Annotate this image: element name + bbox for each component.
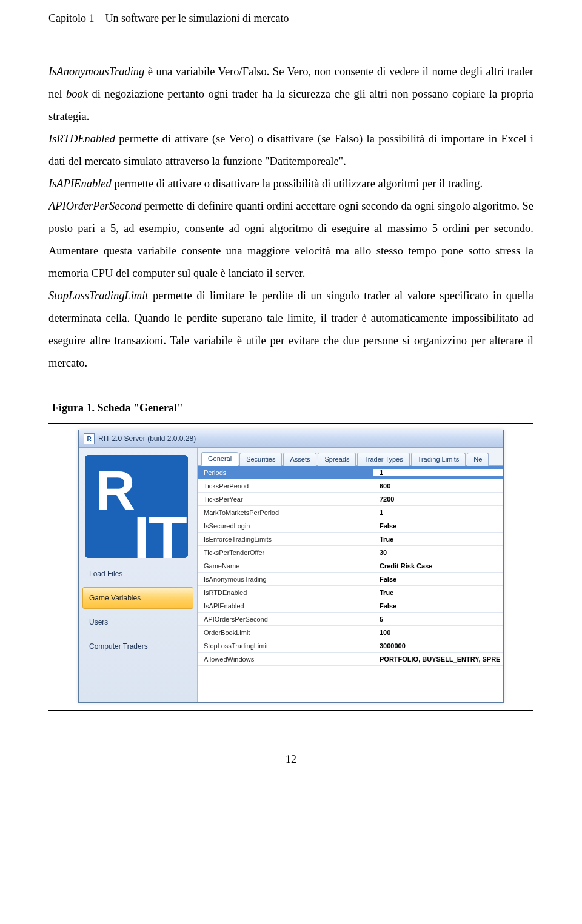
tab-assets[interactable]: Assets bbox=[283, 453, 316, 466]
prop-key: IsSecuredLogin bbox=[198, 522, 373, 530]
prop-value[interactable]: True bbox=[373, 589, 503, 596]
sidebar: R IT Load Files Game Variables Users Com… bbox=[79, 448, 198, 702]
prop-value[interactable]: 7200 bbox=[373, 496, 503, 503]
logo-r-icon: R bbox=[96, 464, 135, 518]
prop-row-orderbooklimit[interactable]: OrderBookLimit 100 bbox=[198, 626, 503, 639]
prop-row-ticksperyear[interactable]: TicksPerYear 7200 bbox=[198, 493, 503, 506]
text: permette di attivare (se Vero) o disatti… bbox=[48, 133, 534, 167]
window-title: RIT 2.0 Server (build 2.0.0.28) bbox=[98, 434, 196, 443]
figure-label: Figura 1. bbox=[52, 402, 95, 414]
body-text: IsAnonymousTrading è una variabile Vero/… bbox=[48, 61, 534, 374]
sidebar-item-game-variables[interactable]: Game Variables bbox=[82, 587, 193, 609]
tab-general[interactable]: General bbox=[201, 452, 238, 466]
term-isanonymoustrading: IsAnonymousTrading bbox=[48, 65, 144, 78]
prop-value[interactable]: 1 bbox=[373, 509, 503, 516]
property-grid: Periods 1 TicksPerPeriod 600 TicksPerYea… bbox=[198, 466, 503, 702]
prop-row-gamename[interactable]: GameName Credit Risk Case bbox=[198, 559, 503, 573]
prop-key: MarkToMarketsPerPeriod bbox=[198, 509, 373, 516]
text: permette di attivare o disattivare la po… bbox=[112, 178, 483, 190]
prop-key: TicksPerYear bbox=[198, 496, 373, 503]
prop-value[interactable]: 100 bbox=[373, 629, 503, 636]
prop-value[interactable]: 5 bbox=[373, 616, 503, 623]
prop-row-issecuredlogin[interactable]: IsSecuredLogin False bbox=[198, 519, 503, 533]
app-icon: R bbox=[84, 433, 95, 444]
prop-value[interactable]: 30 bbox=[373, 549, 503, 556]
tabs: General Securities Assets Spreads Trader… bbox=[198, 448, 503, 466]
prop-row-ticksperperiod[interactable]: TicksPerPeriod 600 bbox=[198, 479, 503, 493]
sidebar-item-users[interactable]: Users bbox=[82, 611, 193, 633]
tab-trading-limits[interactable]: Trading Limits bbox=[411, 453, 466, 466]
prop-row-isapienabled[interactable]: IsAPIEnabled False bbox=[198, 599, 503, 613]
term-stoplosstradinglimit: StopLossTradingLimit bbox=[48, 290, 149, 302]
prop-value[interactable]: 3000000 bbox=[373, 642, 503, 650]
figure-rule-top bbox=[48, 393, 534, 393]
figure-rule-mid bbox=[48, 423, 534, 424]
prop-row-stoplosstradinglimit[interactable]: StopLossTradingLimit 3000000 bbox=[198, 639, 503, 653]
term-isapienabled: IsAPIEnabled bbox=[48, 178, 112, 190]
chapter-header: Capitolo 1 – Un software per le simulazi… bbox=[48, 12, 534, 25]
sidebar-item-load-files[interactable]: Load Files bbox=[82, 563, 193, 585]
logo-tile: R IT bbox=[85, 455, 188, 558]
prop-key: OrderBookLimit bbox=[198, 629, 373, 636]
prop-value[interactable]: PORTFOLIO, BUYSELL_ENTRY, SPRE bbox=[373, 656, 503, 663]
term-book: book bbox=[66, 88, 88, 100]
prop-row-isrtdenabled[interactable]: IsRTDEnabled True bbox=[198, 586, 503, 599]
app-window: R RIT 2.0 Server (build 2.0.0.28) R IT L… bbox=[78, 430, 504, 703]
client-area: R IT Load Files Game Variables Users Com… bbox=[79, 448, 503, 702]
prop-row-isenforcetradinglimits[interactable]: IsEnforceTradingLimits True bbox=[198, 533, 503, 546]
prop-key: TicksPerPeriod bbox=[198, 482, 373, 490]
header-rule bbox=[48, 30, 534, 30]
text: di negoziazione pertanto ogni trader ha … bbox=[48, 88, 534, 122]
prop-key: IsEnforceTradingLimits bbox=[198, 536, 373, 543]
prop-key: AllowedWindows bbox=[198, 656, 373, 663]
main-panel: General Securities Assets Spreads Trader… bbox=[198, 448, 503, 702]
prop-value[interactable]: True bbox=[373, 536, 503, 543]
logo-it-icon: IT bbox=[132, 506, 184, 558]
prop-row-marktomarkets[interactable]: MarkToMarketsPerPeriod 1 bbox=[198, 506, 503, 519]
prop-key: StopLossTradingLimit bbox=[198, 642, 373, 650]
sidebar-item-computer-traders[interactable]: Computer Traders bbox=[82, 636, 193, 657]
prop-value[interactable]: 1 bbox=[373, 469, 503, 476]
prop-row-isanonymoustrading[interactable]: IsAnonymousTrading False bbox=[198, 573, 503, 586]
prop-key: Periods bbox=[198, 469, 373, 476]
tab-spreads[interactable]: Spreads bbox=[318, 453, 356, 466]
titlebar[interactable]: R RIT 2.0 Server (build 2.0.0.28) bbox=[79, 430, 503, 448]
prop-key: IsAPIEnabled bbox=[198, 602, 373, 610]
term-apiorderpersecond: APIOrderPerSecond bbox=[48, 200, 141, 212]
tab-securities[interactable]: Securities bbox=[239, 453, 282, 466]
figure-caption: Figura 1. Scheda "General" bbox=[48, 397, 534, 419]
prop-row-allowedwindows[interactable]: AllowedWindows PORTFOLIO, BUYSELL_ENTRY,… bbox=[198, 653, 503, 666]
prop-value[interactable]: 600 bbox=[373, 482, 503, 490]
tab-ne[interactable]: Ne bbox=[467, 453, 489, 466]
prop-value[interactable]: False bbox=[373, 602, 503, 610]
term-isrtdenabled: IsRTDEnabled bbox=[48, 133, 115, 145]
prop-key: TicksPerTenderOffer bbox=[198, 549, 373, 556]
screenshot-wrap: R RIT 2.0 Server (build 2.0.0.28) R IT L… bbox=[48, 430, 534, 703]
prop-key: GameName bbox=[198, 562, 373, 570]
prop-row-tickspertenderoffer[interactable]: TicksPerTenderOffer 30 bbox=[198, 546, 503, 559]
prop-row-periods[interactable]: Periods 1 bbox=[198, 466, 503, 479]
prop-row-apiorderspersecond[interactable]: APIOrdersPerSecond 5 bbox=[198, 613, 503, 626]
page-number: 12 bbox=[48, 753, 534, 766]
prop-key: APIOrdersPerSecond bbox=[198, 616, 373, 623]
prop-value[interactable]: False bbox=[373, 576, 503, 583]
prop-value[interactable]: Credit Risk Case bbox=[373, 562, 503, 570]
figure-rule-bottom bbox=[48, 710, 534, 711]
prop-value[interactable]: False bbox=[373, 522, 503, 530]
figure-title: Scheda "General" bbox=[95, 402, 183, 414]
tab-trader-types[interactable]: Trader Types bbox=[357, 453, 409, 466]
prop-key: IsAnonymousTrading bbox=[198, 576, 373, 583]
prop-key: IsRTDEnabled bbox=[198, 589, 373, 596]
